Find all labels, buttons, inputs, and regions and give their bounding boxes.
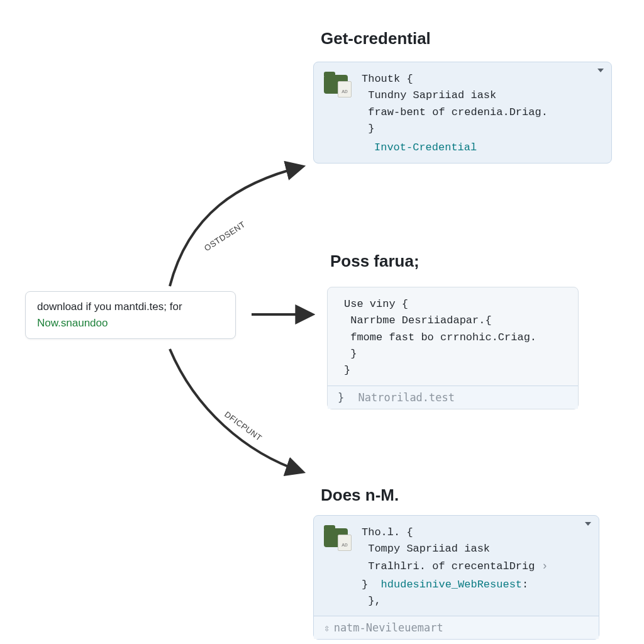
- script-folder-icon: AD: [324, 71, 353, 99]
- arrow-label-top: OSTDSENT: [203, 219, 247, 253]
- script-folder-icon: AD: [324, 525, 353, 552]
- card-3-highlight: hdudesinive_WebResuest: [381, 579, 522, 591]
- card-3-footer: ⇳ natm-Nevileuemart: [314, 616, 599, 639]
- dropdown-icon[interactable]: [597, 69, 604, 72]
- source-line-1: download if you mantdi.tes; for: [37, 301, 224, 313]
- card-3-code: Tho.l. { Tompy Sapriiad iask Tralhlri. o…: [362, 526, 535, 572]
- chevron-right-icon: ›: [541, 560, 548, 572]
- card-1-code: Thoutk { Tundny Sapriiad iask fraw-bent …: [362, 73, 548, 135]
- card-2-footer-text: Natrorilad.test: [358, 391, 455, 404]
- source-prompt-box: download if you mantdi.tes; for Now.snau…: [25, 291, 236, 339]
- arrow-label-bottom: DFICPUNT: [223, 409, 264, 443]
- card-2-code: Use viny { Narrbme Desriiadapar.{ fmome …: [344, 296, 536, 379]
- card-does-nm[interactable]: AD Tho.l. { Tompy Sapriiad iask Tralhlri…: [313, 515, 599, 640]
- card-get-credential[interactable]: AD Thoutk { Tundny Sapriiad iask fraw-be…: [313, 62, 612, 164]
- source-line-2: Now.snaundoo: [37, 317, 224, 330]
- card-2-title: Poss farua;: [330, 252, 419, 271]
- card-3-title: Does n-M.: [321, 486, 399, 505]
- card-3-footer-text: natm-Nevileuemart: [334, 621, 443, 634]
- card-1-highlight: Invot-Credential: [374, 142, 477, 153]
- updown-icon[interactable]: ⇳: [324, 622, 330, 634]
- card-1-title: Get-credential: [321, 29, 431, 48]
- card-poss-farua[interactable]: Use viny { Narrbme Desriiadapar.{ fmome …: [327, 287, 579, 409]
- dropdown-icon[interactable]: [585, 522, 591, 526]
- card-2-footer: } Natrorilad.test: [328, 386, 578, 409]
